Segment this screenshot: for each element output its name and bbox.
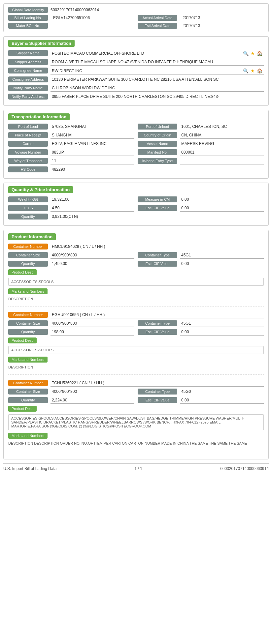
- container-type-label-1: Container Type: [138, 320, 177, 326]
- footer-center: 1 / 1: [135, 466, 142, 471]
- notify-party-name-label: Notify Party Name: [8, 85, 48, 91]
- arrival-date-right: Actual Arrival Date 20170713: [138, 15, 264, 21]
- container-size-type-row-1: Container Size 4000*900*800 Container Ty…: [8, 320, 264, 329]
- container-block-0: Container Number HMCU9184629 ( CN / L / …: [8, 244, 264, 307]
- voyage-number-value: 083UP: [51, 149, 134, 156]
- port-of-load-label: Port of Load: [8, 124, 48, 130]
- page: Global Data Identity 6003201707140000063…: [0, 0, 272, 644]
- product-desc-value-1: ACCESSORIES-SPOOLS: [8, 346, 264, 354]
- manifest-no-label: Manifest No.: [138, 149, 177, 155]
- container-size-type-row-2: Container Size 4000*900*800 Container Ty…: [8, 389, 264, 397]
- footer-right: 6003201707140000063914: [220, 466, 269, 471]
- shipper-name-label: Shipper Name: [8, 50, 48, 56]
- vessel-name-value: MAERSK ERVING: [180, 141, 264, 147]
- global-identity-value: 6003201707140000063914: [51, 8, 99, 12]
- qp-quantity-value: 3,921.00(CTN): [51, 214, 117, 220]
- star-icon[interactable]: ★: [251, 51, 255, 56]
- container-number-row-2: Container Number TCNU5360221 ( CN / L / …: [8, 380, 264, 387]
- product-info-card: Product Information Container Number HMC…: [3, 230, 269, 459]
- container-esti-cif-value-2: 0.00: [180, 397, 264, 404]
- container-esti-cif-label-1: Esti. CIF Value: [138, 329, 177, 335]
- shipper-name-row: Shipper Name POSITEC MACAO COMMERCIAL OF…: [8, 50, 264, 57]
- notify-party-address-row: Notify Party Address 3955 FABER PLACE DR…: [8, 94, 264, 100]
- product-desc-label-2: Product Desc: [8, 406, 37, 412]
- port-of-load-value: 57035, SHANGHAI: [51, 124, 134, 130]
- qp-row-2: TEUS 4.50 Esti. CIF Value 0.00: [8, 205, 264, 214]
- notify-party-name-row: Notify Party Name C H ROBINSON WORLDWIDE…: [8, 85, 264, 92]
- way-of-transport-label: Way of Transport: [8, 158, 48, 164]
- esti-arrival-label: Esti Arrival Date: [138, 23, 177, 29]
- container-esti-cif-value-1: 0.00: [180, 329, 264, 336]
- container-type-label-2: Container Type: [138, 389, 177, 395]
- transport-row-1: Port of Load 57035, SHANGHAI Port of Unl…: [8, 124, 264, 132]
- notify-party-address-value: 3955 FABER PLACE DRIVE SUITE 200 NORTH C…: [51, 94, 264, 100]
- port-of-unload-label: Port of Unload: [138, 124, 177, 130]
- shipper-address-label: Shipper Address: [8, 59, 48, 65]
- esti-cif-value: 0.00: [180, 205, 264, 212]
- transport-row-3: Carrier EGLV, EAGLE VAN LINES INC Vessel…: [8, 141, 264, 149]
- weight-value: 19,321.00: [51, 196, 134, 203]
- container-type-value-2: 45G0: [180, 389, 264, 395]
- hs-code-label: HS Code: [8, 166, 48, 172]
- voyage-number-label: Voyage Number: [8, 149, 48, 155]
- place-of-receipt-value: SHANGHAI: [51, 132, 134, 139]
- container-block-1: Container Number EGHU9010656 ( CN / L / …: [8, 312, 264, 375]
- manifest-no-value: 000001: [180, 149, 264, 156]
- bill-label: Bill of Lading No.: [8, 15, 48, 21]
- hs-code-value: 482290: [51, 166, 117, 173]
- transportation-header: Transportation Information: [8, 113, 70, 120]
- global-identity-label: Global Data Identity: [8, 7, 48, 13]
- consignee-star-icon[interactable]: ★: [251, 68, 255, 73]
- transport-row-4: Voyage Number 083UP Manifest No. 000001: [8, 149, 264, 158]
- quantity-price-header: Quantity & Price Information: [8, 186, 73, 193]
- container-size-value-1: 4000*900*800: [51, 320, 134, 327]
- place-of-receipt-label: Place of Receipt: [8, 132, 48, 138]
- marks-value-0: DESCRIPTION: [8, 296, 264, 304]
- bill-value: EGLV142700651006: [53, 15, 90, 20]
- container-number-row-1: Container Number EGHU9010656 ( CN / L / …: [8, 312, 264, 318]
- transport-row-5: Way of Transport 11 In-bond Entry Type: [8, 158, 264, 166]
- product-desc-label-0: Product Desc: [8, 269, 37, 275]
- container-esti-cif-label-2: Esti. CIF Value: [138, 397, 177, 403]
- bill-row: Bill of Lading No. EGLV142700651006 Actu…: [8, 15, 264, 21]
- container-number-value-1: EGHU9010656 ( CN / L / HH ): [51, 312, 264, 318]
- container-size-label-0: Container Size: [8, 252, 48, 258]
- container-type-label-0: Container Type: [138, 252, 177, 258]
- in-bond-entry-value: [180, 158, 264, 164]
- shipper-name-text: POSITEC MACAO COMMERCIAL OFFSHORE LTD: [52, 51, 241, 56]
- container-qty-value-1: 198.00: [51, 329, 134, 336]
- container-type-value-0: 45G1: [180, 252, 264, 259]
- search-icon[interactable]: 🔍: [243, 51, 249, 56]
- global-info-card: Global Data Identity 6003201707140000063…: [3, 3, 269, 32]
- marks-value-2: DESCRIPTION DESCRIPTION ORDER NO. NO.OF …: [8, 440, 264, 448]
- consignee-address-row: Consignee Address 10130 PERIMETER PARKWA…: [8, 76, 264, 83]
- container-number-label-0: Container Number: [8, 244, 48, 249]
- mater-bol-label: Mater BOL No.: [8, 23, 48, 29]
- transportation-card: Transportation Information Port of Load …: [3, 110, 269, 179]
- country-of-origin-label: Country of Origin: [138, 132, 177, 138]
- measure-cm-label: Measure in CM: [138, 196, 177, 202]
- esti-arrival-value: 20170713: [183, 23, 200, 28]
- container-type-value-1: 45G1: [180, 320, 264, 327]
- home-icon[interactable]: 🏠: [257, 51, 262, 56]
- country-of-origin-value: CN, CHINA: [180, 132, 264, 139]
- way-of-transport-value: 11: [51, 158, 134, 164]
- container-esti-cif-label-0: Esti. CIF Value: [138, 261, 177, 267]
- arrival-date-label: Actual Arrival Date: [138, 15, 177, 21]
- consignee-home-icon[interactable]: 🏠: [257, 68, 262, 73]
- container-qty-value-0: 1,499.00: [51, 261, 134, 267]
- marks-label-0: Marks and Numbers: [8, 288, 48, 294]
- shipper-address-row: Shipper Address ROOM A 8/F THE MACAU SQU…: [8, 59, 264, 66]
- footer: U.S. Import Bill of Lading Data 1 / 1 60…: [3, 463, 269, 471]
- container-size-label-1: Container Size: [8, 320, 48, 326]
- container-qty-cif-row-2: Quantity 2,224.00 Esti. CIF Value 0.00: [8, 397, 264, 406]
- container-qty-value-2: 2,224.00: [51, 397, 134, 404]
- container-qty-cif-row-0: Quantity 1,499.00 Esti. CIF Value 0.00: [8, 261, 264, 269]
- container-qty-label-2: Quantity: [8, 397, 48, 403]
- container-size-value-2: 4000*900*800: [51, 389, 134, 395]
- container-number-label-2: Container Number: [8, 380, 48, 386]
- product-desc-label-1: Product Desc: [8, 337, 37, 343]
- qp-quantity-row: Quantity 3,921.00(CTN): [8, 214, 264, 220]
- consignee-search-icon[interactable]: 🔍: [243, 68, 249, 73]
- product-desc-value-0: ACCESSORIES-SPOOLS: [8, 278, 264, 286]
